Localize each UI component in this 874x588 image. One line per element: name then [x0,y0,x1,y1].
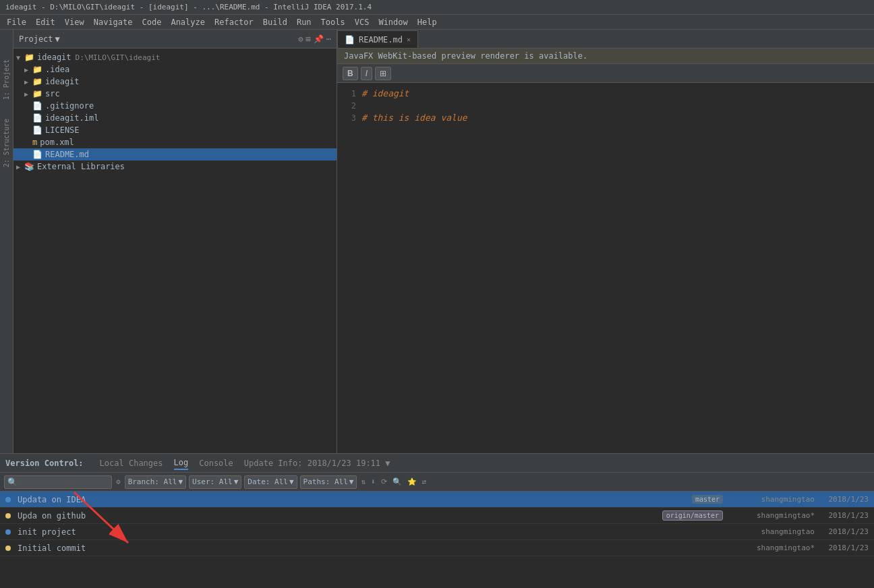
sidebar-label-structure[interactable]: 2: Structure [3,116,10,170]
editor-tab-readme[interactable]: 📄 README.md ✕ [337,30,418,48]
editor-panel: 📄 README.md ✕ JavaFX WebKit-based previe… [337,30,874,453]
tree-pom[interactable]: m pom.xml [13,136,337,148]
menu-window[interactable]: Window [374,16,411,28]
magnify-icon[interactable]: 🔍 [391,477,403,486]
commit-author-3: shangmingtao [727,527,815,536]
bottom-tab-console[interactable]: Console [199,457,233,469]
commit-row-3[interactable]: init project shangmingtao 2018/1/23 [0,524,874,540]
tree-iml-label: ideagit.iml [45,113,98,123]
user-filter[interactable]: User: All ▼ [189,475,241,489]
line-num-3: 3 [337,113,361,123]
bold-button[interactable]: B [343,67,358,80]
code-line-2: 2 [337,100,874,113]
commit-branch-tag-1: master [692,495,723,504]
expand-icon[interactable]: ⊞ [306,34,311,44]
table-button[interactable]: ⊞ [375,67,391,80]
commit-row-2[interactable]: Upda on github origin/master shangmingta… [0,508,874,524]
project-tree: ▼ 📁 ideagit D:\MILO\GIT\ideagit ▶ 📁 .ide… [13,49,337,453]
tree-iml[interactable]: 📄 ideagit.iml [13,112,337,124]
tree-root[interactable]: ▼ 📁 ideagit D:\MILO\GIT\ideagit [13,51,337,63]
tree-ideagit-label: ideagit [45,77,80,86]
bottom-tab-update-info[interactable]: Update Info: 2018/1/23 19:11 ▼ [244,457,390,469]
extlibs-icon: 📚 [24,162,34,171]
commit-dot-2 [5,513,11,519]
commit-date-3: 2018/1/23 [815,527,869,536]
date-filter[interactable]: Date: All ▼ [244,475,297,489]
refresh-icon[interactable]: ⟳ [380,477,388,486]
branch-dropdown-arrow: ▼ [178,477,183,486]
bottom-tab-log[interactable]: Log [174,457,189,470]
sidebar-label-project[interactable]: 1: Project [3,57,10,102]
menu-run[interactable]: Run [293,16,316,28]
main-layout: 1: Project 2: Structure Project ▼ ⚙ ⊞ 📌 … [0,30,874,453]
commit-date-2: 2018/1/23 [815,511,869,520]
tree-readme[interactable]: 📄 README.md [13,148,337,160]
menu-navigate[interactable]: Navigate [90,16,137,28]
menu-view[interactable]: View [61,16,88,28]
search-input[interactable] [20,478,108,486]
code-line-3: 3 # this is idea value [337,113,874,125]
tab-close-readme[interactable]: ✕ [407,36,411,43]
window-title: ideagit - D:\MILO\GIT\ideagit - [ideagit… [5,3,372,11]
menu-edit[interactable]: Edit [32,16,59,28]
pin-icon[interactable]: 📌 [314,34,324,44]
menu-analyze[interactable]: Analyze [167,16,209,28]
tree-pom-label: pom.xml [40,138,74,147]
expand-arrow-src: ▶ [24,90,32,98]
folder-ideagit-icon: 📁 [32,77,42,86]
line-content-3: # this is idea value [361,113,467,123]
tree-license[interactable]: 📄 LICENSE [13,124,337,136]
more-icon[interactable]: ⋯ [326,34,331,44]
tree-readme-label: README.md [45,150,89,159]
date-dropdown-arrow: ▼ [289,477,294,486]
tab-icon-md: 📄 [345,35,355,45]
menu-file[interactable]: File [3,16,30,28]
bottom-tab-local-changes[interactable]: Local Changes [100,457,163,469]
user-dropdown-arrow: ▼ [234,477,239,486]
menu-help[interactable]: Help [413,16,441,28]
pom-file-icon: m [32,138,37,147]
commit-row-4[interactable]: Initial commit shangmingtao* 2018/1/23 [0,540,874,556]
editor-notification: JavaFX WebKit-based preview renderer is … [337,49,874,64]
left-sidebar: 1: Project 2: Structure [0,30,13,453]
version-control-label: Version Control: [5,459,89,468]
project-dropdown[interactable]: Project ▼ [19,34,60,44]
tree-external-libs[interactable]: ▶ 📚 External Libraries [13,160,337,173]
settings-icon[interactable]: ⚙ [115,477,122,486]
menu-refactor[interactable]: Refactor [210,16,258,28]
paths-filter[interactable]: Paths: All ▼ [300,475,357,489]
menu-build[interactable]: Build [259,16,291,28]
sort-icon[interactable]: ⇅ [359,477,367,486]
title-bar: ideagit - D:\MILO\GIT\ideagit - [ideagit… [0,0,874,15]
menu-vcs[interactable]: VCS [351,16,374,28]
bottom-toolbar: 🔍 ⚙ Branch: All ▼ User: All ▼ Date: All … [0,473,874,492]
branch-filter[interactable]: Branch: All ▼ [125,475,186,489]
folder-idea-icon: 📁 [32,65,42,74]
code-editor[interactable]: 1 # ideagit 2 3 # this is idea value [337,83,874,453]
tree-ideagit-folder[interactable]: ▶ 📁 ideagit [13,76,337,88]
expand-arrow-extlibs: ▶ [16,163,24,171]
license-file-icon: 📄 [32,125,42,135]
highlight-icon[interactable]: ⭐ [406,477,418,486]
download-icon[interactable]: ⬇ [370,477,377,486]
expand-arrow: ▼ [16,54,24,61]
commits-list: Updata on IDEA master shangmingtao 2018/… [0,492,874,588]
bottom-tabs: Version Control: Local Changes Log Conso… [0,454,874,473]
search-box[interactable]: 🔍 [4,475,112,489]
italic-button[interactable]: I [361,67,372,80]
commit-author-4: shangmingtao* [727,543,815,552]
menu-bar: File Edit View Navigate Code Analyze Ref… [0,15,874,30]
menu-tools[interactable]: Tools [317,16,349,28]
compare-icon[interactable]: ⇄ [421,477,428,486]
menu-code[interactable]: Code [138,16,166,28]
gear-icon[interactable]: ⚙ [298,34,303,44]
tree-idea[interactable]: ▶ 📁 .idea [13,63,337,76]
tree-gitignore[interactable]: 📄 .gitignore [13,100,337,112]
search-icon: 🔍 [7,477,18,487]
commit-row-1[interactable]: Updata on IDEA master shangmingtao 2018/… [0,492,874,508]
user-filter-label: User: All [192,477,233,486]
commit-date-4: 2018/1/23 [815,543,869,552]
tree-src-label: src [45,89,60,98]
code-line-1: 1 # ideagit [337,88,874,100]
tree-src[interactable]: ▶ 📁 src [13,88,337,100]
